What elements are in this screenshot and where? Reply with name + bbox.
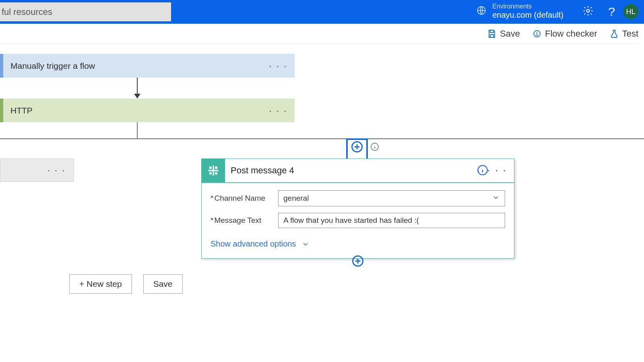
- avatar[interactable]: HL: [623, 4, 638, 19]
- message-text-label: *Message Text: [211, 216, 278, 225]
- test-action[interactable]: Test: [609, 29, 638, 39]
- http-card[interactable]: HTTP · · ·: [0, 99, 295, 122]
- trigger-card[interactable]: Manually trigger a flow · · ·: [0, 54, 295, 78]
- ellipsis-icon[interactable]: · · ·: [47, 164, 66, 177]
- connector-line: [137, 122, 138, 138]
- environment-picker[interactable]: Environments enayu.com (default): [476, 2, 564, 20]
- chevron-down-icon: [492, 193, 500, 204]
- channel-name-select[interactable]: general: [278, 190, 505, 206]
- save-button[interactable]: Save: [143, 274, 183, 294]
- chevron-down-icon: [301, 240, 310, 248]
- show-advanced-link[interactable]: Show advanced options: [211, 239, 310, 249]
- info-icon[interactable]: [477, 165, 488, 177]
- trigger-title: Manually trigger a flow: [10, 61, 95, 71]
- branch-line: [0, 138, 644, 139]
- ellipsis-icon[interactable]: · · ·: [269, 104, 287, 117]
- help-icon[interactable]: ?: [608, 5, 615, 19]
- action-bar: Save Flow checker Test: [0, 24, 638, 44]
- ellipsis-icon[interactable]: · · ·: [487, 164, 507, 177]
- info-icon[interactable]: [370, 142, 379, 153]
- save-action[interactable]: Save: [487, 29, 520, 39]
- ellipsis-icon[interactable]: · · ·: [269, 60, 287, 72]
- post-message-header[interactable]: Post message 4 · · ·: [202, 159, 514, 182]
- slack-icon: [202, 159, 225, 182]
- environment-text: Environments enayu.com (default): [492, 2, 564, 20]
- settings-icon[interactable]: [582, 5, 594, 18]
- flow-checker-action[interactable]: Flow checker: [532, 29, 597, 39]
- new-step-button[interactable]: + New step: [69, 274, 132, 294]
- svg-point-1: [587, 10, 590, 12]
- channel-name-label: *Channel Name: [211, 194, 278, 203]
- post-message-card: Post message 4 · · · *Channel Name gener…: [201, 158, 514, 259]
- plus-circle-icon[interactable]: [351, 140, 363, 154]
- add-step-plus-icon[interactable]: [352, 255, 364, 269]
- globe-icon: [476, 5, 487, 17]
- bottom-buttons: + New step Save: [69, 274, 183, 294]
- message-text-input[interactable]: [278, 213, 505, 228]
- http-title: HTTP: [10, 106, 33, 115]
- top-bar: Environments enayu.com (default) ? HL: [0, 0, 644, 24]
- branch-left-card[interactable]: · · ·: [0, 158, 74, 182]
- search-input[interactable]: [0, 2, 171, 21]
- post-message-title: Post message 4: [231, 165, 294, 176]
- arrow-down-icon: [137, 78, 138, 98]
